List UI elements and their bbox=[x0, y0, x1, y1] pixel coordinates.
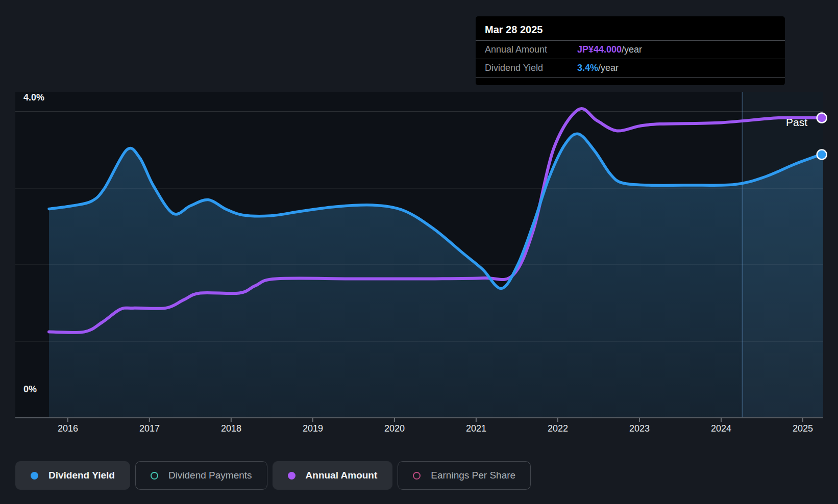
dividend-yield-marker-icon bbox=[31, 472, 38, 480]
x-axis-label-2023: 2023 bbox=[617, 423, 662, 434]
earnings-per-share-marker-icon bbox=[413, 472, 421, 480]
yield-end-marker bbox=[817, 150, 827, 160]
y-axis-label-0pct: 0% bbox=[23, 384, 37, 395]
chart-tooltip: Mar 28 2025 Annual AmountJP¥44.000/yearD… bbox=[476, 16, 785, 85]
annual-amount-marker-icon bbox=[288, 472, 295, 480]
legend-label: Dividend Yield bbox=[48, 470, 115, 481]
legend-dividend-yield[interactable]: Dividend Yield bbox=[15, 461, 130, 490]
dividend-payments-marker-icon bbox=[151, 472, 158, 480]
legend-label: Annual Amount bbox=[306, 470, 378, 481]
x-axis-label-2025: 2025 bbox=[780, 423, 826, 434]
dividend-history-chart: 4.0% 0% 20162017201820192020202120222023… bbox=[0, 0, 838, 504]
legend-label: Earnings Per Share bbox=[431, 470, 515, 481]
x-axis-label-2019: 2019 bbox=[290, 423, 336, 434]
x-axis-label-2020: 2020 bbox=[372, 423, 417, 434]
legend-annual-amount[interactable]: Annual Amount bbox=[273, 461, 393, 490]
recent-period-band bbox=[743, 92, 823, 418]
tooltip-row-label: Annual Amount bbox=[485, 44, 577, 55]
tooltip-row-value: 3.4% bbox=[577, 63, 598, 73]
legend-earnings-per-share[interactable]: Earnings Per Share bbox=[398, 461, 531, 490]
legend-dividend-payments[interactable]: Dividend Payments bbox=[135, 461, 267, 490]
x-axis-label-2022: 2022 bbox=[535, 423, 581, 434]
tooltip-rows: Annual AmountJP¥44.000/yearDividend Yiel… bbox=[476, 40, 785, 78]
chart-legend: Dividend YieldDividend PaymentsAnnual Am… bbox=[15, 461, 531, 490]
tooltip-row-suffix: /year bbox=[622, 44, 642, 55]
x-axis-label-2017: 2017 bbox=[127, 423, 172, 434]
x-axis-label-2016: 2016 bbox=[45, 423, 91, 434]
x-axis-label-2018: 2018 bbox=[208, 423, 254, 434]
tooltip-row-value: JP¥44.000 bbox=[577, 44, 622, 55]
tooltip-date: Mar 28 2025 bbox=[476, 16, 785, 40]
tooltip-row-suffix: /year bbox=[598, 63, 619, 73]
amount-end-marker bbox=[817, 113, 827, 123]
tooltip-row-label: Dividend Yield bbox=[485, 63, 577, 73]
tooltip-row-dividend-yield: Dividend Yield3.4%/year bbox=[476, 59, 785, 78]
x-axis-label-2024: 2024 bbox=[698, 423, 744, 434]
legend-label: Dividend Payments bbox=[168, 470, 252, 481]
y-axis-label-4pct: 4.0% bbox=[23, 92, 44, 103]
past-label: Past bbox=[786, 116, 807, 129]
x-axis-label-2021: 2021 bbox=[453, 423, 499, 434]
tooltip-row-annual-amount: Annual AmountJP¥44.000/year bbox=[476, 40, 785, 59]
